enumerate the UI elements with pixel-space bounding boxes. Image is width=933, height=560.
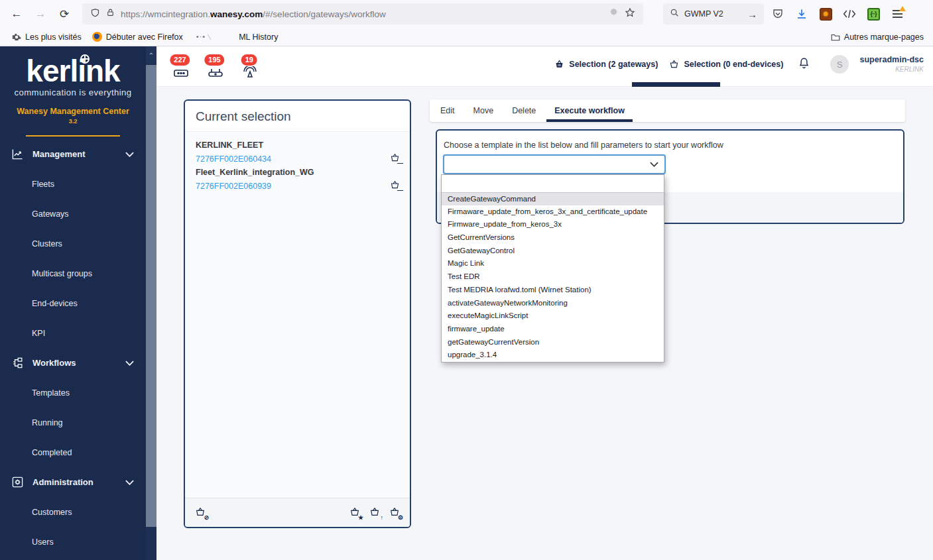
app-version: 3.2	[0, 117, 146, 125]
bookmark-most-visited[interactable]: Les plus visités	[9, 32, 84, 42]
pocket-icon[interactable]	[768, 4, 788, 24]
tab-delete[interactable]: Delete	[511, 99, 537, 122]
dropdown-option[interactable]: getGatewayCurrentVersion	[442, 336, 664, 349]
forward-button[interactable]: →	[31, 4, 50, 24]
status-counters: 227 195 19	[168, 55, 263, 80]
chevron-down-icon	[125, 480, 134, 485]
notifications-bell-icon[interactable]	[798, 56, 810, 72]
gateway-link[interactable]: 7276FF002E060939	[196, 182, 271, 191]
wanesy-app: kerlink communication is everything Wane…	[0, 46, 933, 560]
dropdown-option[interactable]: firmware_update	[442, 323, 664, 336]
dropdown-option[interactable]: GetCurrentVersions	[442, 231, 664, 245]
logo-tagline: communication is everything	[0, 87, 146, 97]
sidebar-item-running[interactable]: Running	[0, 408, 146, 437]
firefox-icon	[92, 32, 102, 42]
chevron-down-icon	[125, 361, 134, 366]
extension-puzzle-icon[interactable]	[609, 8, 619, 21]
user-menu[interactable]: superadmin-dsc KERLINK	[859, 55, 924, 74]
download-icon[interactable]	[792, 4, 812, 24]
back-button[interactable]: ←	[7, 4, 27, 24]
dropdown-option[interactable]: Test MEDRIA lorafwd.toml (Wirnet Station…	[442, 284, 664, 297]
search-icon	[670, 8, 679, 20]
extension-gear-icon[interactable]: ✹	[816, 4, 836, 24]
scrollbar-thumb[interactable]	[146, 65, 156, 527]
favorite-selection-button[interactable]: ★	[349, 506, 361, 520]
extension-json-icon[interactable]: {··}	[863, 4, 883, 24]
app-header: 227 195 19 Selection (2 gateways)	[156, 46, 933, 87]
scroll-up-arrow-icon[interactable]: ⌃	[146, 46, 156, 64]
sidebar-item-fleets[interactable]: Fleets	[0, 169, 146, 199]
chevron-down-icon	[650, 162, 658, 167]
sidebar-item-gateways[interactable]: Gateways	[0, 199, 146, 229]
modem-counter[interactable]: 227	[168, 55, 194, 80]
sidebar-item-users[interactable]: Users	[0, 527, 146, 557]
chevron-down-icon	[125, 152, 134, 157]
sidebar: kerlink communication is everything Wane…	[0, 46, 146, 560]
template-select[interactable]	[443, 154, 666, 174]
url-bar[interactable]: https://wmcintegration.wanesy.com/#/sele…	[82, 3, 643, 25]
sidebar-menu: Management Fleets Gateways Clusters Mult…	[0, 139, 146, 557]
lock-icon[interactable]	[106, 8, 115, 20]
export-selection-button[interactable]: ↑	[369, 506, 381, 520]
antenna-counter[interactable]: 19	[237, 55, 263, 80]
bookmark-star-icon[interactable]	[625, 7, 635, 21]
sidebar-item-completed[interactable]: Completed	[0, 437, 146, 467]
bookmark-ml-history[interactable]: ML History	[236, 32, 280, 42]
remove-from-selection-button[interactable]: —	[389, 152, 401, 165]
sidebar-item-templates[interactable]: Templates	[0, 378, 146, 408]
sidebar-section-workflows[interactable]: Workflows	[0, 348, 146, 378]
gateway-link[interactable]: 7276FF002E060434	[196, 154, 271, 164]
search-box[interactable]: →	[663, 3, 764, 25]
clear-selection-button[interactable]: ⊘	[194, 506, 206, 520]
remove-from-selection-button[interactable]: —	[389, 180, 401, 192]
dropdown-option[interactable]: upgrade_3.1.4	[442, 349, 664, 362]
devtools-code-icon[interactable]	[840, 4, 859, 24]
chart-icon	[11, 148, 24, 160]
sidebar-item-end-devices[interactable]: End-devices	[0, 288, 146, 318]
basket-outline-icon	[668, 59, 680, 70]
sidebar-section-management[interactable]: Management	[0, 139, 146, 169]
other-bookmarks[interactable]: Autres marque-pages	[831, 32, 924, 42]
sidebar-item-customers[interactable]: Customers	[0, 497, 146, 527]
menu-hamburger-icon[interactable]	[887, 4, 907, 24]
tracking-shield-icon[interactable]	[90, 8, 100, 21]
dropdown-blank-option[interactable]	[442, 175, 664, 192]
dropdown-option[interactable]: CreateGatewayCommand	[442, 192, 664, 205]
dropdown-option[interactable]: Magic Link	[442, 257, 664, 270]
header-right: Selection (2 gateways) Selection (0 end-…	[554, 46, 924, 82]
list-item: 7276FF002E060939 —	[196, 180, 401, 192]
avatar[interactable]: S	[830, 55, 849, 74]
sidebar-section-administration[interactable]: Administration	[0, 467, 146, 497]
sidebar-item-multicast-groups[interactable]: Multicast groups	[0, 258, 146, 288]
template-dropdown-list: CreateGatewayCommand Firmaware_update_fr…	[441, 174, 664, 363]
dropdown-option[interactable]: executeMagicLinkScript	[442, 309, 664, 323]
basket-filled-icon	[554, 59, 565, 70]
dropdown-option[interactable]: Firmware_update_from_keros_3x	[442, 218, 664, 231]
selection-settings-button[interactable]: ⚙	[389, 506, 401, 520]
browser-chrome: ← → ⟳ https://wmcintegration.wanesy.com/…	[0, 0, 933, 46]
dropdown-option[interactable]: activateGatewayNetworkMonitoring	[442, 297, 664, 310]
search-go-arrow-icon[interactable]: →	[747, 9, 757, 20]
sidebar-scrollbar[interactable]: ⌃	[146, 46, 156, 560]
reload-button[interactable]: ⟳	[54, 4, 74, 24]
tab-edit[interactable]: Edit	[439, 99, 456, 122]
dropdown-option[interactable]: GetGatewayControl	[442, 245, 664, 258]
gateway-counter[interactable]: 195	[203, 55, 228, 80]
tab-execute-workflow[interactable]: Execute workflow	[553, 99, 626, 122]
selection-toolbar: ⊘ ★ ↑ ⚙	[185, 498, 410, 527]
gear-icon	[12, 32, 21, 42]
bookmark-doodle-icon[interactable]: •·•﹨	[196, 32, 214, 42]
folder-icon	[831, 33, 840, 41]
gateway-selection-tab[interactable]: Selection (2 gateways)	[554, 59, 658, 70]
enddevice-selection-tab[interactable]: Selection (0 end-devices)	[668, 59, 783, 70]
panel-title: Current selection	[185, 101, 410, 131]
dropdown-option[interactable]: Firmaware_update_from_keros_3x_and_certi…	[442, 205, 664, 219]
tab-move[interactable]: Move	[472, 99, 495, 122]
search-input[interactable]	[684, 9, 736, 19]
url-text: https://wmcintegration.wanesy.com/#/sele…	[121, 9, 603, 19]
fleet-name: Fleet_Kerlink_integration_WG	[196, 168, 401, 177]
dropdown-option[interactable]: Test EDR	[442, 270, 664, 284]
bookmark-get-started[interactable]: Débuter avec Firefox	[90, 32, 186, 42]
sidebar-item-kpi[interactable]: KPI	[0, 318, 146, 348]
sidebar-item-clusters[interactable]: Clusters	[0, 229, 146, 258]
